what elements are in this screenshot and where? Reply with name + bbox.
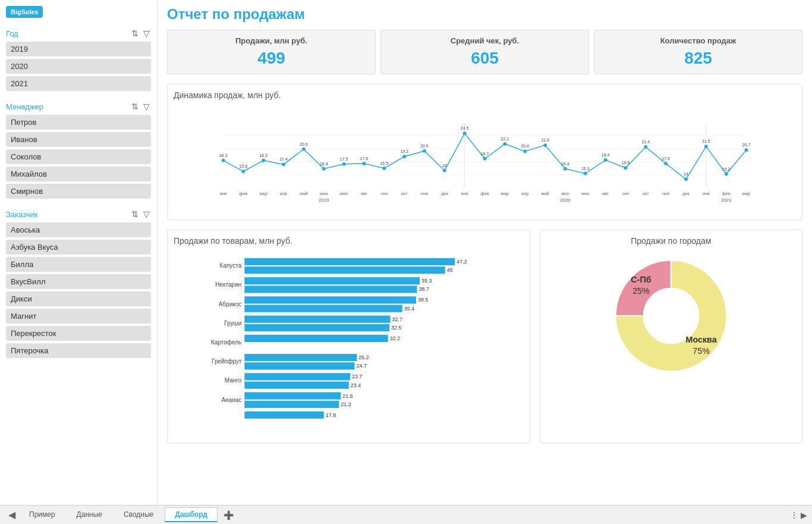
kpi-avg-label: Средний чек, руб. (386, 36, 584, 45)
svg-text:16.4: 16.4 (561, 162, 569, 166)
svg-point-52 (684, 177, 688, 181)
tab-сводные[interactable]: Сводные (114, 507, 163, 522)
filter-item[interactable]: Азбука Вкуса (6, 240, 151, 255)
svg-text:май: май (541, 191, 549, 196)
kpi-count: Количество продаж 825 (594, 30, 802, 74)
filter-item[interactable]: Магнит (6, 309, 151, 324)
svg-text:32.7: 32.7 (392, 316, 403, 322)
kpi-avg-value: 605 (386, 49, 584, 68)
tab-пример[interactable]: Пример (19, 507, 65, 522)
svg-text:дек: дек (682, 191, 690, 196)
filter-item[interactable]: 2020 (6, 59, 151, 74)
filter-item[interactable]: Перекресток (6, 326, 151, 341)
svg-text:32.2: 32.2 (390, 335, 401, 341)
svg-point-34 (503, 142, 506, 146)
svg-rect-103 (244, 305, 402, 312)
main-area: BigSales Год ⇅ ▽ 201920202021 Менеджер (0, 0, 812, 505)
filter-item[interactable]: Билла (6, 257, 151, 272)
svg-text:20.7: 20.7 (742, 143, 751, 147)
svg-text:23.7: 23.7 (352, 374, 363, 379)
svg-text:2020: 2020 (560, 197, 571, 203)
svg-text:17.6: 17.6 (360, 156, 369, 161)
svg-text:20.5: 20.5 (420, 144, 429, 148)
svg-text:25%: 25% (632, 286, 650, 296)
svg-text:24.7: 24.7 (357, 363, 367, 369)
kpi-sales-label: Продажи, млн руб. (172, 36, 370, 45)
svg-point-54 (704, 145, 708, 148)
svg-text:Нектарин: Нектарин (215, 281, 241, 288)
manager-sort-button[interactable]: ⇅ (130, 102, 140, 111)
filter-item[interactable]: Петров (6, 115, 151, 130)
more-options-icon[interactable]: ⋮ (790, 510, 798, 520)
svg-text:Ананас: Ананас (221, 397, 241, 403)
svg-text:24.5: 24.5 (461, 126, 469, 130)
svg-text:18.7: 18.7 (481, 152, 489, 156)
svg-text:ноя: ноя (421, 191, 428, 196)
svg-text:апр: апр (521, 191, 528, 196)
pie-chart-container: Продажи по городам С-Пб25%Москва75% (540, 230, 802, 443)
svg-point-12 (282, 162, 285, 166)
filter-item[interactable]: Дикси (6, 291, 151, 306)
svg-point-28 (443, 169, 446, 172)
year-sort-button[interactable]: ⇅ (130, 29, 140, 38)
filter-item[interactable]: Михайлов (6, 167, 151, 181)
svg-point-48 (644, 145, 647, 149)
svg-text:20.9: 20.9 (300, 142, 308, 146)
svg-point-44 (604, 158, 608, 162)
svg-text:38.7: 38.7 (419, 286, 430, 292)
filter-item[interactable]: Иванов (6, 132, 151, 147)
customer-filter-button[interactable]: ▽ (142, 209, 151, 219)
customer-filter-section: Заказчик ⇅ ▽ АвоськаАзбука ВкусаБиллаВку… (6, 209, 151, 358)
svg-text:75%: 75% (693, 346, 710, 356)
svg-point-30 (463, 131, 467, 135)
customer-sort-button[interactable]: ⇅ (130, 209, 140, 219)
tab-prev-button[interactable]: ◀ (5, 509, 19, 520)
svg-text:21.4: 21.4 (641, 140, 650, 144)
svg-text:авг: авг (361, 191, 367, 196)
svg-text:15.8: 15.8 (240, 164, 248, 168)
svg-point-20 (362, 162, 366, 165)
svg-rect-96 (244, 277, 420, 284)
svg-rect-116 (244, 362, 354, 369)
filter-item[interactable]: Авоська (6, 222, 151, 237)
svg-text:38.5: 38.5 (418, 297, 429, 303)
year-filter-title: Год (6, 29, 18, 38)
filter-item[interactable]: ВкусВилл (6, 274, 151, 289)
svg-text:янв: янв (219, 191, 226, 196)
year-filter-button[interactable]: ▽ (142, 29, 151, 38)
svg-text:15.2: 15.2 (722, 167, 731, 171)
filter-item[interactable]: 2019 (6, 42, 151, 57)
svg-rect-98 (244, 285, 417, 293)
kpi-avg: Средний чек, руб. 605 (380, 30, 589, 74)
scroll-right-icon[interactable]: ▶ (801, 510, 807, 520)
svg-rect-111 (244, 335, 388, 342)
svg-text:мар: мар (742, 191, 751, 196)
tab-дашборд[interactable]: Дашборд (165, 507, 218, 522)
svg-text:2019: 2019 (319, 197, 329, 203)
svg-point-50 (664, 162, 668, 165)
svg-text:35.4: 35.4 (404, 306, 415, 312)
year-filter-icons: ⇅ ▽ (130, 29, 151, 38)
manager-filter-button[interactable]: ▽ (142, 102, 151, 111)
bar-chart-container: Продажи по товарам, млн руб. Капуста47.2… (167, 230, 530, 443)
svg-text:47.2: 47.2 (457, 259, 467, 265)
filter-item[interactable]: 2021 (6, 76, 151, 91)
svg-text:июн: июн (561, 191, 569, 196)
svg-rect-101 (244, 296, 416, 303)
svg-text:Абрикос: Абрикос (219, 301, 242, 308)
svg-text:39.3: 39.3 (421, 278, 432, 284)
tab-данные[interactable]: Данные (67, 507, 112, 522)
tab-add-button[interactable]: ➕ (219, 508, 238, 522)
manager-filter-title: Менеджер (6, 102, 43, 111)
svg-text:фев: фев (480, 191, 489, 196)
filter-item[interactable]: Смирнов (6, 184, 151, 199)
svg-text:июл: июл (581, 191, 590, 196)
svg-text:ноя: ноя (662, 191, 669, 196)
filter-item[interactable]: Пятерочка (6, 343, 151, 358)
svg-text:фев: фев (722, 191, 730, 196)
svg-text:апр: апр (280, 191, 287, 196)
svg-text:дек: дек (441, 191, 449, 196)
filter-item[interactable]: Соколов (6, 149, 151, 164)
svg-text:Груши: Груши (224, 320, 241, 327)
line-chart-title: Динамика продаж, млн руб. (174, 90, 796, 100)
